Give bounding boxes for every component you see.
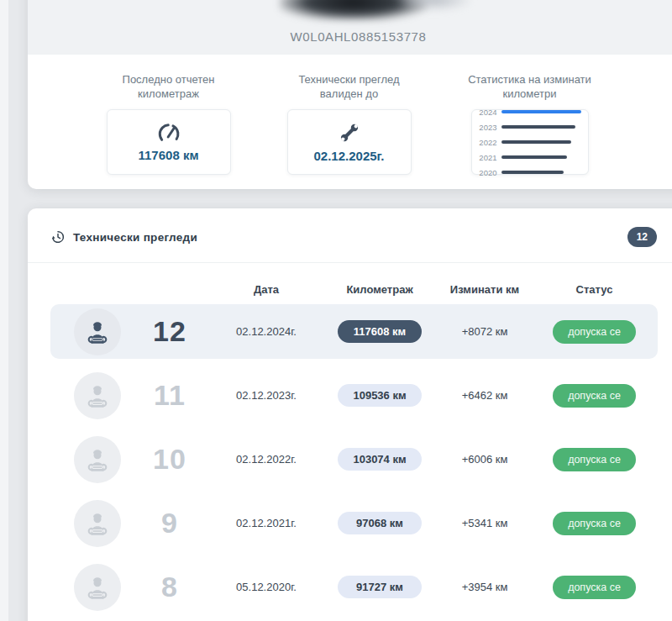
mileage-cell: 91727 км — [321, 576, 438, 598]
km-bar-chart: 20242023202220212020 — [471, 109, 589, 175]
status-badge: допуска се — [553, 320, 636, 344]
vehicle-photo-area: W0L0AHL0885153778 — [28, 0, 672, 55]
vehicle-photo-highlight — [396, 0, 471, 11]
valid-until-stat-box: 02.12.2025г. — [287, 109, 412, 175]
avatar-cell — [50, 436, 128, 483]
stat-valid-until: Технически преглед валиден до — [259, 73, 439, 175]
mileage-cell: 109536 км — [321, 384, 438, 407]
delta-km: +8072 км — [438, 325, 531, 338]
avatar-cell — [50, 564, 128, 611]
vehicle-summary-card: W0L0AHL0885153778 Последно отчетен килом… — [28, 0, 672, 189]
avatar-cell — [50, 372, 128, 419]
inspection-number: 12 — [128, 315, 212, 348]
mileage-cell: 103074 км — [321, 448, 438, 471]
chart-bar — [501, 140, 571, 144]
stat-title: Последно отчетен километраж — [123, 73, 215, 102]
inspection-number: 11 — [128, 379, 212, 412]
inspection-date: 02.12.2022г. — [212, 453, 321, 466]
chart-bar-row: 2021 — [479, 153, 585, 162]
table-row[interactable]: 10 02.12.2022г. 103074 км +6006 км допус… — [50, 432, 658, 487]
mileage-cell: 97068 км — [321, 512, 438, 534]
delta-km: +6006 км — [438, 453, 531, 466]
chart-year-label: 2021 — [479, 153, 497, 162]
table-row[interactable]: 9 02.12.2021г. 97068 км +5341 км допуска… — [50, 496, 658, 550]
mileage-cell: 117608 км — [321, 320, 438, 343]
inspections-title: Технически прегледи — [73, 231, 627, 244]
column-header-date: Дата — [212, 283, 321, 296]
mileage-pill: 97068 км — [338, 512, 422, 534]
inspection-date: 02.12.2023г. — [212, 389, 321, 402]
mileage-pill: 91727 км — [338, 576, 422, 598]
chart-bar-row: 2022 — [479, 138, 585, 147]
mileage-pill: 117608 км — [338, 320, 422, 343]
status-badge: допуска се — [553, 576, 636, 599]
table-body: 12 02.12.2024г. 117608 км +8072 км допус… — [50, 304, 672, 614]
vin-text: W0L0AHL0885153778 — [291, 29, 427, 44]
avatar-cell — [50, 500, 128, 547]
inspections-count-badge: 12 — [627, 227, 657, 247]
stat-title: Технически преглед валиден до — [298, 73, 399, 102]
status-badge: допуска се — [553, 384, 636, 408]
delta-km: +3954 км — [438, 581, 531, 593]
status-cell: допуска се — [531, 512, 658, 535]
last-mileage-value: 117608 км — [139, 148, 199, 162]
inspections-header: Технически прегледи 12 — [28, 208, 672, 263]
column-header-status: Статус — [531, 283, 658, 296]
inspection-number: 9 — [128, 507, 212, 539]
inspections-card: Технически прегледи 12 Дата Километраж И… — [28, 208, 672, 621]
status-badge: допуска се — [553, 512, 636, 535]
chart-year-label: 2024 — [479, 108, 497, 117]
speedometer-icon — [156, 122, 181, 144]
inspection-number: 10 — [128, 443, 212, 476]
chart-bar — [501, 171, 564, 174]
column-header-mileage: Километраж — [321, 283, 438, 296]
stat-last-mileage: Последно отчетен километраж 117608 км — [78, 73, 259, 175]
avatar — [74, 372, 121, 419]
chart-year-label: 2023 — [479, 123, 497, 132]
bar-chart-rows: 20242023202220212020 — [479, 108, 585, 177]
chart-bar — [501, 110, 581, 113]
table-header-row: Дата Километраж Изминати км Статус — [50, 276, 658, 302]
status-cell: допуска се — [531, 576, 658, 599]
history-icon — [50, 229, 66, 245]
valid-until-value: 02.12.2025г. — [314, 149, 385, 163]
delta-km: +5341 км — [438, 517, 531, 529]
wrench-icon — [338, 121, 361, 145]
inspection-date: 05.12.2020г. — [212, 581, 321, 593]
avatar-cell — [50, 308, 128, 355]
mileage-pill: 109536 км — [338, 384, 422, 407]
inspection-date: 02.12.2024г. — [212, 325, 321, 338]
avatar — [74, 500, 121, 547]
table-row[interactable]: 8 05.12.2020г. 91727 км +3954 км допуска… — [50, 560, 658, 614]
inspections-table: Дата Километраж Изминати км Статус 12 02… — [28, 276, 672, 614]
inspection-number: 8 — [128, 571, 212, 603]
chart-bar-row: 2020 — [479, 168, 585, 177]
avatar — [74, 564, 121, 611]
mileage-pill: 103074 км — [338, 448, 422, 471]
table-row[interactable]: 12 02.12.2024г. 117608 км +8072 км допус… — [50, 304, 658, 359]
chart-bar-row: 2024 — [479, 108, 585, 117]
mileage-stat-box: 117608 км — [107, 109, 231, 175]
column-header-delta: Изминати км — [438, 283, 531, 296]
stat-title: Статистика на изминати километри — [468, 73, 591, 102]
chart-year-label: 2020 — [479, 168, 497, 177]
chart-year-label: 2022 — [479, 138, 497, 147]
status-cell: допуска се — [531, 448, 658, 471]
status-badge: допуска се — [553, 448, 636, 471]
stats-row: Последно отчетен километраж 117608 км Те… — [28, 73, 672, 175]
table-row[interactable]: 11 02.12.2023г. 109536 км +6462 км допус… — [50, 368, 658, 423]
delta-km: +6462 км — [438, 389, 531, 402]
inspection-date: 02.12.2021г. — [212, 517, 321, 529]
avatar — [74, 308, 121, 355]
status-cell: допуска се — [531, 320, 658, 344]
chart-bar — [501, 155, 567, 159]
chart-bar-row: 2023 — [479, 123, 585, 132]
avatar — [74, 436, 121, 483]
status-cell: допуска се — [531, 384, 658, 408]
stat-km-chart: Статистика на изминати километри 2024202… — [439, 73, 620, 175]
chart-bar — [501, 125, 575, 129]
